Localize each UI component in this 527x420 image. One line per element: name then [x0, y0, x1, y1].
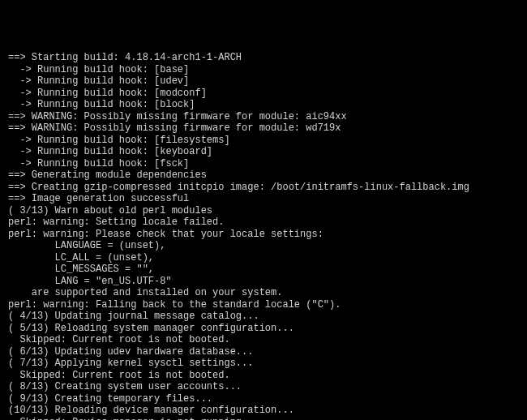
terminal-line: -> Running build hook: [base] [8, 64, 519, 76]
terminal-line: perl: warning: Setting locale failed. [8, 216, 519, 229]
terminal-line: ( 7/13) Applying kernel sysctl settings.… [8, 358, 519, 370]
terminal-line: ==> Creating gzip-compressed initcpio im… [8, 182, 519, 194]
terminal-line: ( 3/13) Warn about old perl modules [8, 205, 519, 217]
terminal-output: ==> Starting build: 4.18.14-arch1-1-ARCH… [8, 52, 519, 420]
terminal-line: Skipped: Current root is not booted. [8, 334, 519, 346]
terminal-line: (10/13) Reloading device manager configu… [8, 405, 519, 417]
terminal-line: LC_ALL = (unset), [8, 252, 519, 264]
terminal-line: -> Running build hook: [block] [8, 99, 519, 111]
terminal-line: ==> Starting build: 4.18.14-arch1-1-ARCH [8, 52, 519, 64]
terminal-line: -> Running build hook: [filesystems] [8, 135, 519, 147]
terminal-line: are supported and installed on your syst… [8, 287, 519, 299]
terminal-line: ==> Generating module dependencies [8, 169, 519, 182]
terminal-line: ==> WARNING: Possibly missing firmware f… [8, 122, 519, 135]
terminal-line: Skipped: Current root is not booted. [8, 370, 519, 382]
terminal-line: -> Running build hook: [udev] [8, 75, 519, 88]
terminal-line: LC_MESSAGES = "", [8, 264, 519, 276]
terminal-line: -> Running build hook: [keyboard] [8, 146, 519, 158]
terminal-line: ( 8/13) Creating system user accounts... [8, 381, 519, 393]
terminal-line: -> Running build hook: [modconf] [8, 88, 519, 100]
terminal-line: ( 6/13) Updating udev hardware database.… [8, 346, 519, 358]
terminal-line: LANGUAGE = (unset), [8, 240, 519, 252]
terminal-line: ==> WARNING: Possibly missing firmware f… [8, 111, 519, 123]
terminal-line: perl: warning: Falling back to the stand… [8, 299, 519, 311]
terminal-line: perl: warning: Please check that your lo… [8, 229, 519, 241]
terminal-line: ==> Image generation successful [8, 193, 519, 205]
terminal-line: -> Running build hook: [fsck] [8, 158, 519, 170]
terminal-line: ( 5/13) Reloading system manager configu… [8, 323, 519, 335]
terminal-line: ( 4/13) Updating journal message catalog… [8, 311, 519, 323]
terminal-line: Skipped: Device manager is not running. [8, 417, 519, 421]
terminal-line: LANG = "en_US.UTF-8" [8, 276, 519, 288]
terminal-line: ( 9/13) Creating temporary files... [8, 393, 519, 405]
